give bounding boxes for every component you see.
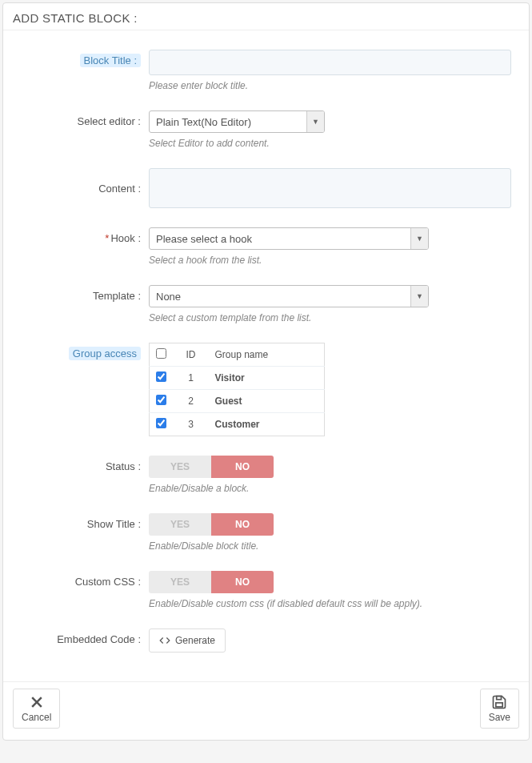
- help-block-title: Please enter block title.: [149, 80, 511, 91]
- custom-css-toggle[interactable]: YES NO: [149, 571, 274, 593]
- code-icon: [159, 635, 170, 646]
- panel-title: ADD STATIC BLOCK :: [3, 3, 529, 30]
- select-template-value: None: [150, 291, 410, 303]
- select-hook[interactable]: Please select a hook ▼: [149, 227, 429, 250]
- row-custom-css: Custom CSS : YES NO Enable/Disable custo…: [21, 571, 511, 609]
- row-group-access: Group access ID Group name 1: [21, 343, 511, 436]
- label-embedded-code: Embedded Code :: [21, 628, 149, 646]
- help-show-title: Enable/Disable block title.: [149, 540, 511, 552]
- cell-name: Guest: [209, 390, 325, 413]
- col-name: Group name: [209, 343, 325, 367]
- content-textarea[interactable]: [149, 168, 511, 208]
- cell-name: Customer: [209, 413, 325, 436]
- row-show-title: Show Title : YES NO Enable/Disable block…: [21, 513, 511, 552]
- select-hook-value: Please select a hook: [150, 233, 410, 245]
- svg-rect-3: [497, 697, 502, 700]
- group-access-table: ID Group name 1 Visitor 2: [149, 343, 325, 436]
- cell-name: Visitor: [209, 367, 325, 390]
- toggle-yes: YES: [149, 513, 211, 536]
- toggle-no: NO: [211, 456, 274, 478]
- group-check[interactable]: [156, 371, 166, 382]
- help-status: Enable/Disable a block.: [149, 483, 511, 494]
- save-button[interactable]: Save: [480, 689, 519, 729]
- chevron-down-icon: ▼: [306, 111, 324, 132]
- svg-rect-2: [496, 703, 502, 707]
- label-block-title: Block Title :: [80, 54, 141, 67]
- chevron-down-icon: ▼: [410, 286, 428, 307]
- row-content: Content :: [21, 168, 511, 208]
- select-editor-value: Plain Text(No Editor): [150, 116, 306, 128]
- row-embedded-code: Embedded Code : Generate: [21, 628, 511, 653]
- toggle-yes: YES: [149, 456, 211, 478]
- cancel-button[interactable]: Cancel: [13, 689, 60, 729]
- show-title-toggle[interactable]: YES NO: [149, 513, 274, 536]
- cancel-label: Cancel: [22, 712, 51, 723]
- save-icon: [491, 694, 507, 710]
- help-custom-css: Enable/Disable custom css (if disabled d…: [149, 598, 511, 609]
- toggle-no: NO: [211, 513, 274, 536]
- row-hook: *Hook : Please select a hook ▼ Select a …: [21, 227, 511, 266]
- panel-footer: Cancel Save: [3, 681, 529, 732]
- row-template: Template : None ▼ Select a custom templa…: [21, 285, 511, 323]
- row-block-title: Block Title : Please enter block title.: [21, 50, 511, 91]
- group-check[interactable]: [156, 395, 166, 405]
- group-check[interactable]: [156, 418, 166, 428]
- cell-id: 1: [174, 367, 209, 390]
- group-check-all[interactable]: [156, 348, 166, 359]
- help-template: Select a custom template from the list.: [149, 312, 511, 323]
- label-select-editor: Select editor :: [21, 110, 149, 128]
- label-custom-css: Custom CSS :: [21, 571, 149, 588]
- close-icon: [29, 694, 45, 710]
- label-template: Template :: [21, 285, 149, 303]
- cell-id: 2: [174, 390, 209, 413]
- add-static-block-panel: ADD STATIC BLOCK : Block Title : Please …: [2, 2, 530, 741]
- col-id: ID: [174, 343, 209, 367]
- select-template[interactable]: None ▼: [149, 285, 429, 307]
- select-editor[interactable]: Plain Text(No Editor) ▼: [149, 110, 325, 133]
- label-group-access: Group access: [69, 347, 141, 360]
- required-star: *: [105, 232, 109, 244]
- row-select-editor: Select editor : Plain Text(No Editor) ▼ …: [21, 110, 511, 149]
- table-row: 1 Visitor: [150, 367, 325, 390]
- label-hook: Hook :: [110, 232, 141, 244]
- table-row: 3 Customer: [150, 413, 325, 436]
- table-row: 2 Guest: [150, 390, 325, 413]
- status-toggle[interactable]: YES NO: [149, 456, 274, 478]
- chevron-down-icon: ▼: [410, 228, 428, 249]
- toggle-no: NO: [211, 571, 274, 593]
- generate-button[interactable]: Generate: [149, 628, 226, 653]
- label-show-title: Show Title :: [21, 513, 149, 531]
- toggle-yes: YES: [149, 571, 211, 593]
- help-editor: Select Editor to add content.: [149, 138, 511, 149]
- cell-id: 3: [174, 413, 209, 436]
- block-title-input[interactable]: [149, 50, 511, 75]
- help-hook: Select a hook from the list.: [149, 255, 511, 266]
- row-status: Status : YES NO Enable/Disable a block.: [21, 456, 511, 494]
- label-content: Content :: [21, 168, 149, 195]
- generate-label: Generate: [175, 635, 215, 646]
- label-status: Status :: [21, 456, 149, 473]
- save-label: Save: [489, 712, 510, 723]
- form-body: Block Title : Please enter block title. …: [3, 30, 529, 665]
